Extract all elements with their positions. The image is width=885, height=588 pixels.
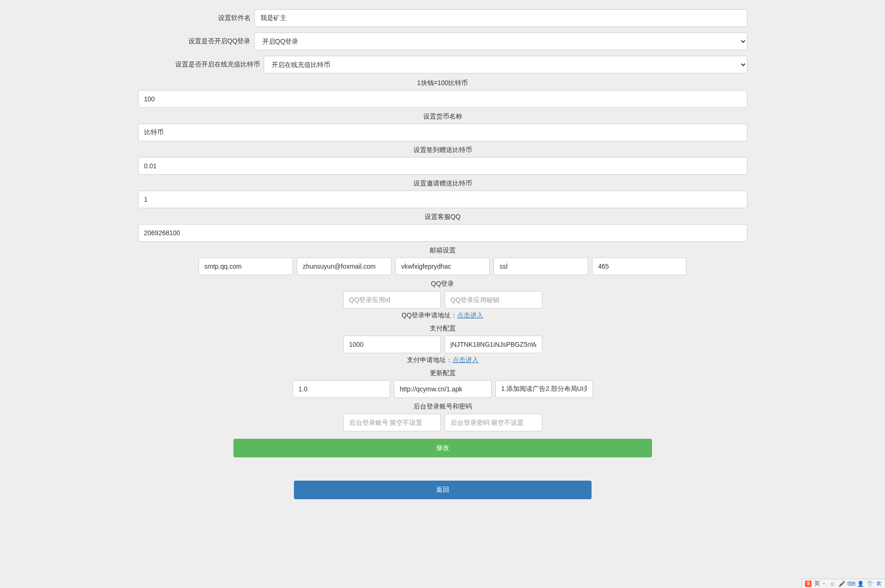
section-signin-bonus: 设置签到赠送比特币 [138,146,747,175]
label-qq-login-section: QQ登录 [431,280,454,288]
payment-apply-link-row: 支付申请地址：点击进入 [407,356,479,364]
section-admin-creds: 后台登录账号和密码 [138,403,747,431]
input-update-url[interactable] [394,380,492,398]
payment-apply-link[interactable]: 点击进入 [452,356,479,363]
section-currency-name: 设置货币名称 [138,112,747,141]
select-qq-login[interactable]: 开启QQ登录 [254,33,747,50]
label-admin-creds: 后台登录账号和密码 [413,403,472,411]
input-update-version[interactable] [293,380,390,398]
input-pay-key[interactable] [445,336,542,353]
modify-button[interactable]: 修改 [233,439,652,457]
input-qq-app-secret[interactable] [445,291,542,309]
row-recharge-toggle: 设置是否开启在线充值比特币 开启在线充值比特币 [138,56,747,73]
input-qq-app-id[interactable] [343,291,441,309]
input-rate[interactable] [138,90,747,108]
select-recharge[interactable]: 开启在线充值比特币 [264,56,747,73]
payment-apply-prefix: 支付申请地址： [407,356,452,363]
label-mail: 邮箱设置 [430,246,456,255]
input-update-note[interactable] [495,380,593,398]
row-qq-login-toggle: 设置是否开启QQ登录 开启QQ登录 [138,33,747,50]
input-invite-bonus[interactable] [138,191,747,208]
label-currency-name: 设置货币名称 [423,112,462,121]
input-currency-name[interactable] [138,124,747,141]
label-software-name: 设置软件名 [138,14,254,22]
input-smtp-pass[interactable] [395,258,490,275]
row-software-name: 设置软件名 [138,9,747,27]
section-update: 更新配置 [138,369,747,398]
input-smtp-host[interactable] [199,258,293,275]
input-smtp-port[interactable] [592,258,687,275]
label-invite-bonus: 设置邀请赠送比特币 [413,179,472,188]
section-qq-login: QQ登录 QQ登录申请地址：点击进入 [138,280,747,320]
section-mail: 邮箱设置 [138,246,747,275]
label-signin-bonus: 设置签到赠送比特币 [413,146,472,154]
input-admin-pass[interactable] [445,414,542,431]
input-pay-id[interactable] [343,336,441,353]
input-software-name[interactable] [254,9,747,27]
label-recharge-toggle: 设置是否开启在线充值比特币 [138,60,264,69]
input-smtp-user[interactable] [297,258,392,275]
section-payment: 支付配置 支付申请地址：点击进入 [138,324,747,364]
input-customer-qq[interactable] [138,224,747,242]
label-customer-qq: 设置客服QQ [425,213,461,221]
label-qq-login-toggle: 设置是否开启QQ登录 [138,37,254,46]
back-button[interactable]: 返回 [294,481,592,499]
section-invite-bonus: 设置邀请赠送比特币 [138,179,747,208]
input-smtp-secure[interactable] [493,258,588,275]
label-payment: 支付配置 [430,324,456,333]
label-rate: 1块钱=100比特币 [417,79,468,87]
input-signin-bonus[interactable] [138,157,747,175]
section-customer-qq: 设置客服QQ [138,213,747,242]
section-rate: 1块钱=100比特币 [138,79,747,108]
qq-apply-prefix: QQ登录申请地址： [402,311,458,319]
input-admin-user[interactable] [343,414,441,431]
qq-apply-link[interactable]: 点击进入 [457,311,483,319]
label-update: 更新配置 [430,369,456,377]
qq-apply-link-row: QQ登录申请地址：点击进入 [402,311,484,320]
